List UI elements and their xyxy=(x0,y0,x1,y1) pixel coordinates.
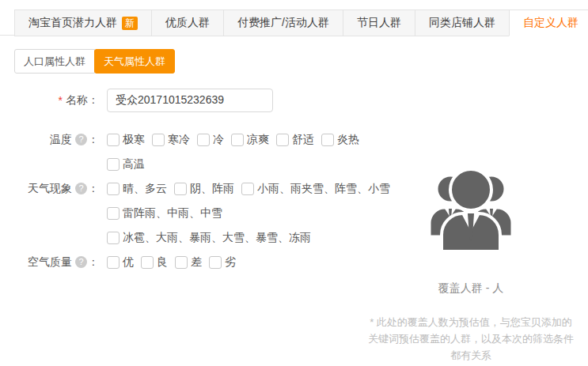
tab-festival-audience[interactable]: 节日人群 xyxy=(343,9,415,36)
note-line: 都有关系 xyxy=(356,347,586,364)
checkbox[interactable] xyxy=(231,134,244,146)
checkbox-label: 雷阵雨、中雨、中雪 xyxy=(123,206,222,221)
checkbox-label: 舒适 xyxy=(292,133,314,147)
new-badge: 新 xyxy=(122,17,138,30)
checkbox-row: 极寒寒冷冷凉爽舒适炎热 xyxy=(107,133,366,147)
checkbox-option[interactable]: 舒适 xyxy=(276,133,314,147)
name-label-text: 名称 xyxy=(66,93,88,108)
checkbox-option[interactable]: 优 xyxy=(107,255,134,270)
checkbox[interactable] xyxy=(197,134,210,146)
checkbox-label: 极寒 xyxy=(123,133,145,147)
checkbox[interactable] xyxy=(209,256,222,269)
help-icon[interactable]: ? xyxy=(75,183,87,194)
tab-bar: 淘宝首页潜力人群新优质人群付费推广/活动人群节日人群同类店铺人群自定义人群 xyxy=(0,9,588,36)
group-label-text: 温度 xyxy=(50,133,72,147)
colon: ： xyxy=(88,133,99,147)
checkbox-option[interactable]: 晴、多云 xyxy=(107,182,167,196)
coverage-summary: 覆盖人群 - 人 * 此处的覆盖人数为预估值，与您宝贝添加的关键词预估覆盖的人群… xyxy=(356,158,586,364)
checkbox[interactable] xyxy=(175,256,188,269)
help-icon[interactable]: ? xyxy=(75,134,87,145)
subtab-bar: 人口属性人群天气属性人群 xyxy=(14,49,588,74)
checkbox-label: 寒冷 xyxy=(168,133,190,147)
tab-label: 同类店铺人群 xyxy=(429,16,495,30)
checkbox-label: 炎热 xyxy=(337,133,359,147)
tab-label: 节日人群 xyxy=(357,16,401,30)
tab-paid-promo-activity[interactable]: 付费推广/活动人群 xyxy=(223,9,343,36)
tab-similar-shop-audience[interactable]: 同类店铺人群 xyxy=(415,9,510,36)
checkbox-option[interactable]: 冷 xyxy=(197,133,224,147)
note-line: 关键词预估覆盖的人群，以及本次的筛选条件 xyxy=(356,330,586,347)
colon: ： xyxy=(88,182,99,196)
coverage-note: * 此处的覆盖人数为预估值，与您宝贝添加的关键词预估覆盖的人群，以及本次的筛选条… xyxy=(356,314,586,364)
checkbox-label: 晴、多云 xyxy=(123,182,167,196)
checkbox-label: 冰雹、大雨、暴雨、大雪、暴雪、冻雨 xyxy=(123,231,311,245)
note-line: * 此处的覆盖人数为预估值，与您宝贝添加的 xyxy=(356,314,586,330)
checkbox-option[interactable]: 阴、阵雨 xyxy=(174,182,234,196)
checkbox[interactable] xyxy=(276,134,289,146)
tab-label: 自定义人群 xyxy=(523,16,579,30)
tab-label: 优质人群 xyxy=(165,16,210,30)
help-icon[interactable]: ? xyxy=(75,256,87,268)
name-row: * 名称 ： xyxy=(14,89,588,112)
checkbox-label: 高温 xyxy=(123,157,145,172)
checkbox[interactable] xyxy=(107,232,119,244)
checkbox-row: 晴、多云阴、阵雨小雨、雨夹雪、阵雪、小雪 xyxy=(107,182,397,196)
checkbox-row: 雷阵雨、中雨、中雪 xyxy=(107,206,230,221)
checkbox[interactable] xyxy=(107,207,119,220)
checkbox-label: 良 xyxy=(157,255,168,270)
checkbox-row: 高温 xyxy=(107,157,152,172)
group-label-text: 天气现象 xyxy=(28,182,72,196)
tab-custom-audience[interactable]: 自定义人群 xyxy=(509,9,588,36)
colon: ： xyxy=(88,93,99,108)
checkbox-label: 凉爽 xyxy=(247,133,269,147)
checkbox-option[interactable]: 雷阵雨、中雨、中雪 xyxy=(107,206,222,221)
checkbox-option[interactable]: 良 xyxy=(141,255,168,270)
checkbox-option[interactable]: 高温 xyxy=(107,157,145,172)
group-label-text: 空气质量 xyxy=(28,255,72,270)
checkbox-label: 劣 xyxy=(225,255,236,270)
checkbox-row: 优良差劣 xyxy=(107,255,243,270)
required-asterisk: * xyxy=(59,94,63,107)
tab-label: 付费推广/活动人群 xyxy=(237,16,329,30)
checkbox-option[interactable]: 凉爽 xyxy=(231,133,269,147)
audience-name-input[interactable] xyxy=(107,89,273,112)
checkbox-option[interactable]: 寒冷 xyxy=(152,133,190,147)
group-label: 空气质量?： xyxy=(14,255,99,270)
checkbox[interactable] xyxy=(152,134,165,146)
checkbox[interactable] xyxy=(174,183,187,195)
checkbox[interactable] xyxy=(107,158,119,171)
checkbox-row: 冰雹、大雨、暴雨、大雪、暴雪、冻雨 xyxy=(107,231,318,245)
subtab-weather-audience[interactable]: 天气属性人群 xyxy=(94,49,175,74)
checkbox-option[interactable]: 极寒 xyxy=(107,133,145,147)
checkbox[interactable] xyxy=(241,183,254,195)
tab-premium-audience[interactable]: 优质人群 xyxy=(151,9,224,36)
group-label: 天气现象?： xyxy=(14,182,99,196)
checkbox-label: 优 xyxy=(123,255,134,270)
coverage-count: 覆盖人群 - 人 xyxy=(356,281,586,296)
checkbox-option[interactable]: 冰雹、大雨、暴雨、大雪、暴雪、冻雨 xyxy=(107,231,311,245)
colon: ： xyxy=(88,255,99,270)
checkbox-label: 冷 xyxy=(213,133,224,147)
group-line: 温度?：极寒寒冷冷凉爽舒适炎热 xyxy=(14,127,588,152)
checkbox-option[interactable]: 差 xyxy=(175,255,202,270)
checkbox-option[interactable]: 炎热 xyxy=(321,133,359,147)
subtab-demographic-audience[interactable]: 人口属性人群 xyxy=(14,49,95,74)
tab-taobao-home-potential[interactable]: 淘宝首页潜力人群新 xyxy=(14,9,152,36)
name-label: * 名称 ： xyxy=(14,93,99,108)
checkbox[interactable] xyxy=(107,256,119,269)
checkbox[interactable] xyxy=(321,134,334,146)
checkbox[interactable] xyxy=(107,134,119,146)
tab-label: 淘宝首页潜力人群 xyxy=(28,16,117,30)
checkbox[interactable] xyxy=(107,183,119,195)
checkbox-label: 差 xyxy=(191,255,202,270)
checkbox-label: 阴、阵雨 xyxy=(190,182,234,196)
checkbox-option[interactable]: 劣 xyxy=(209,255,236,270)
group-label: 温度?： xyxy=(14,133,99,147)
people-group-icon xyxy=(419,158,523,250)
checkbox[interactable] xyxy=(141,256,154,269)
